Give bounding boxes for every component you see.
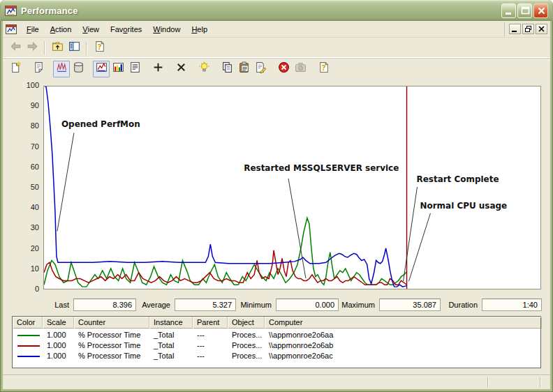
menu-file[interactable]: File: [21, 22, 45, 36]
help-doc-button[interactable]: ?: [315, 61, 332, 77]
add-counter-icon: [152, 61, 164, 76]
update-data-button: [292, 61, 309, 77]
view-log-data-icon: [73, 61, 84, 76]
show-hide-console-tree-button[interactable]: [66, 40, 82, 56]
toolbar-separator: [86, 41, 87, 55]
back-arrow-icon: [10, 40, 22, 55]
forward-arrow-button: [24, 40, 40, 56]
view-current-activity-icon: [56, 61, 68, 76]
svg-text:?: ?: [321, 63, 325, 73]
delete-counter-button[interactable]: [172, 61, 189, 77]
performance-window: Performance FileActionViewFavoritesWindo…: [0, 0, 553, 392]
child-close-icon: [537, 25, 546, 33]
legend-column-computer[interactable]: Computer: [265, 317, 542, 329]
annotation-label: Normal CPU usage: [420, 201, 507, 211]
legend-column-object[interactable]: Object: [228, 317, 265, 329]
copy-properties-button[interactable]: [219, 61, 235, 77]
legend-cell-counter: % Processor Time: [74, 330, 149, 340]
child-close-button[interactable]: [536, 24, 547, 34]
copy-properties-icon: [221, 61, 233, 76]
status-bar-divider: [540, 377, 541, 387]
menu-favorites[interactable]: Favorites: [105, 22, 147, 36]
y-tick-label: 20: [10, 244, 39, 252]
y-tick-label: 50: [10, 183, 39, 191]
menu-view[interactable]: View: [77, 22, 105, 36]
legend-row[interactable]: 1.000% Processor Time_Total---Proces...\…: [13, 330, 542, 340]
chart-svg: Opened PerfMonRestarted MSSQLSERVER serv…: [44, 86, 540, 289]
legend-column-parent[interactable]: Parent: [193, 317, 228, 329]
chart-line-2: [45, 86, 407, 287]
legend-column-counter[interactable]: Counter: [74, 317, 149, 329]
legend-cell-computer: \\appmonroe2o6aa: [265, 330, 542, 340]
add-counter-button[interactable]: [149, 61, 166, 77]
y-tick-label: 100: [10, 81, 39, 89]
legend-cell-scale: 1.000: [43, 351, 74, 361]
legend-column-color[interactable]: Color: [13, 317, 43, 329]
highlight-button[interactable]: [196, 61, 212, 77]
help-doc-button[interactable]: ?: [91, 40, 108, 56]
paste-counter-list-button[interactable]: [235, 61, 252, 77]
console-window-icon: [6, 24, 17, 35]
stat-value-duration: 1:40: [482, 299, 542, 311]
legend-cell-parent: ---: [193, 330, 228, 340]
legend-column-instance[interactable]: Instance: [149, 317, 193, 329]
counter-color-swatch: [17, 335, 40, 336]
y-tick-label: 80: [10, 121, 39, 130]
annotation-pointer-line: [404, 187, 418, 281]
chart-plot-area: Opened PerfMonRestarted MSSQLSERVER serv…: [43, 86, 541, 289]
performance-app-icon: [5, 5, 17, 17]
view-graph-button[interactable]: [93, 61, 110, 77]
view-log-data-button[interactable]: [70, 61, 87, 77]
legend-row[interactable]: 1.000% Processor Time_Total---Proces...\…: [13, 340, 542, 351]
up-one-level-button[interactable]: [49, 40, 66, 56]
legend-column-scale[interactable]: Scale: [43, 317, 74, 329]
freeze-display-button[interactable]: [275, 61, 292, 77]
legend-cell-scale: 1.000: [43, 330, 74, 340]
stat-label-last: Last: [13, 301, 69, 310]
legend-cell-parent: ---: [193, 351, 228, 361]
counter-legend: ColorScaleCounterInstanceParentObjectCom…: [12, 316, 541, 368]
child-restore-button[interactable]: [522, 24, 534, 34]
legend-cell-counter: % Processor Time: [74, 351, 149, 361]
properties-button[interactable]: [252, 61, 269, 77]
view-histogram-button[interactable]: [110, 61, 126, 77]
view-current-activity-button[interactable]: [53, 61, 70, 77]
system-monitor-toolbar: ?: [3, 59, 550, 78]
help-doc-icon: ?: [318, 61, 330, 76]
freeze-display-icon: [278, 61, 290, 76]
legend-header: ColorScaleCounterInstanceParentObjectCom…: [13, 317, 540, 329]
stat-label-maximum: Maximum: [319, 301, 375, 310]
child-restore-icon: [524, 25, 533, 33]
show-hide-console-tree-icon: [68, 40, 80, 55]
menu-items: FileActionViewFavoritesWindowHelp: [21, 22, 213, 36]
y-tick-label: 40: [10, 203, 39, 211]
close-button[interactable]: [533, 3, 548, 18]
new-counter-set-button[interactable]: [7, 61, 24, 77]
legend-cell-computer: \\appmonroe2o6ab: [265, 340, 542, 351]
view-graph-icon: [96, 61, 108, 76]
menu-action[interactable]: Action: [45, 22, 78, 36]
minimize-button[interactable]: [501, 3, 516, 18]
y-tick-label: 90: [10, 101, 39, 110]
stat-label-duration: Duration: [422, 301, 478, 310]
paste-counter-list-icon: [238, 61, 250, 76]
title-bar[interactable]: Performance: [0, 0, 553, 21]
highlight-icon: [198, 61, 210, 76]
legend-cell-scale: 1.000: [43, 340, 74, 351]
child-minimize-button[interactable]: [509, 24, 521, 34]
close-icon: [534, 3, 547, 18]
y-tick-label: 30: [10, 223, 39, 232]
annotation-label: Restart Complete: [416, 174, 499, 184]
maximize-button[interactable]: [517, 3, 532, 18]
menu-window[interactable]: Window: [147, 22, 186, 36]
clear-display-button[interactable]: [30, 61, 47, 77]
new-counter-set-icon: [10, 61, 22, 76]
toolbar-separator: [44, 41, 45, 55]
annotation-pointer-line: [57, 133, 74, 232]
legend-row[interactable]: 1.000% Processor Time_Total---Proces...\…: [13, 351, 542, 361]
menu-help[interactable]: Help: [186, 22, 213, 36]
window-title: Performance: [21, 6, 500, 16]
maximize-icon: [518, 3, 531, 18]
standard-toolbar: ?: [3, 38, 550, 58]
view-report-button[interactable]: [126, 61, 143, 77]
